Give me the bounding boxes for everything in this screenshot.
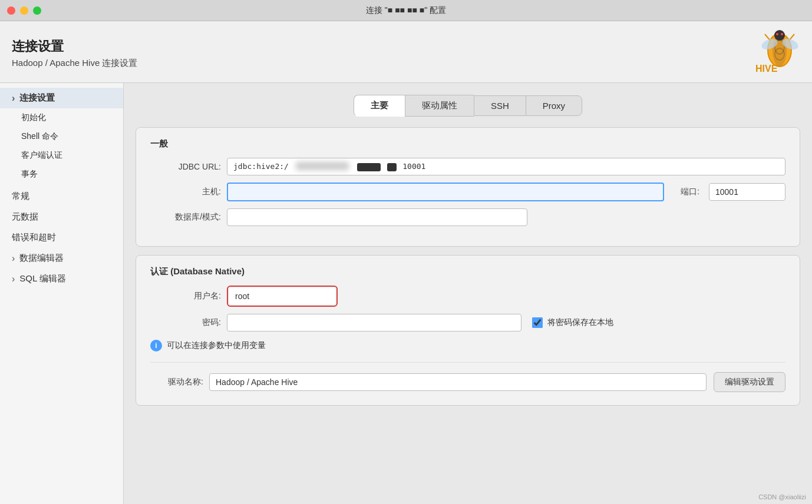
auth-section: 认证 (Database Native) 用户名: 密码: 将密码保存在本地 i bbox=[136, 255, 800, 406]
jdbc-url-slash-masked bbox=[387, 163, 397, 171]
sidebar-item-shell[interactable]: Shell 命令 bbox=[0, 127, 123, 146]
driver-row: 驱动名称: 编辑驱动设置 bbox=[150, 362, 785, 392]
info-text: 可以在连接参数中使用变量 bbox=[167, 340, 266, 351]
save-password-group: 将密码保存在本地 bbox=[532, 317, 613, 328]
svg-text:HIVE: HIVE bbox=[755, 64, 778, 74]
jdbc-url-container: jdbc:hive2:/ 10001 bbox=[227, 158, 785, 175]
svg-point-8 bbox=[774, 30, 785, 41]
sidebar-item-init-label: 初始化 bbox=[21, 112, 46, 122]
sidebar-item-general[interactable]: 常规 bbox=[0, 186, 123, 207]
jdbc-url-host-masked bbox=[296, 162, 349, 170]
sidebar-item-client-auth[interactable]: 客户端认证 bbox=[0, 146, 123, 165]
host-input[interactable] bbox=[227, 183, 664, 201]
port-label: 端口: bbox=[670, 187, 705, 197]
host-row: 主机: 端口: bbox=[150, 183, 785, 201]
tab-bar: 主要 驱动属性 SSH Proxy bbox=[136, 95, 800, 117]
app-header: 连接设置 Hadoop / Apache Hive 连接设置 HIVE bbox=[0, 21, 812, 83]
sidebar-item-shell-label: Shell 命令 bbox=[21, 131, 58, 141]
edit-driver-button[interactable]: 编辑驱动设置 bbox=[714, 372, 785, 392]
jdbc-url-port-display: 10001 bbox=[402, 162, 425, 171]
save-password-checkbox[interactable] bbox=[532, 317, 543, 328]
general-section-title: 一般 bbox=[150, 138, 785, 150]
header-left: 连接设置 Hadoop / Apache Hive 连接设置 bbox=[12, 38, 137, 69]
tab-ssh[interactable]: SSH bbox=[474, 95, 526, 116]
general-section: 一般 JDBC URL: jdbc:hive2:/ 10001 bbox=[136, 127, 800, 247]
tab-ssh-label: SSH bbox=[491, 101, 509, 111]
database-input[interactable] bbox=[227, 208, 527, 226]
sidebar-item-init[interactable]: 初始化 bbox=[0, 108, 123, 127]
sidebar-item-general-label: 常规 bbox=[12, 191, 29, 202]
port-input[interactable] bbox=[709, 183, 785, 201]
tab-proxy[interactable]: Proxy bbox=[526, 95, 582, 116]
jdbc-url-prefix: jdbc:hive2:/ bbox=[233, 162, 289, 171]
sidebar-item-client-auth-label: 客户端认证 bbox=[21, 150, 62, 160]
jdbc-url-row: JDBC URL: jdbc:hive2:/ 10001 bbox=[150, 158, 785, 175]
tab-driver-props-label: 驱动属性 bbox=[422, 100, 457, 110]
sidebar-item-metadata[interactable]: 元数据 bbox=[0, 207, 123, 227]
content-area: 主要 驱动属性 SSH Proxy 一般 JDBC URL: jdbc:hive… bbox=[124, 83, 812, 504]
sidebar: 连接设置 初始化 Shell 命令 客户端认证 事务 常规 元数据 错误和超时 … bbox=[0, 83, 124, 504]
auth-section-title: 认证 (Database Native) bbox=[150, 266, 785, 277]
sidebar-item-transaction-label: 事务 bbox=[21, 169, 38, 178]
password-input[interactable] bbox=[227, 314, 521, 331]
username-input[interactable] bbox=[229, 288, 335, 304]
sidebar-item-data-editor[interactable]: 数据编辑器 bbox=[0, 248, 123, 268]
jdbc-url-label: JDBC URL: bbox=[150, 162, 227, 171]
app-main-title: 连接设置 bbox=[12, 38, 137, 55]
port-group: 端口: bbox=[670, 183, 785, 201]
svg-point-9 bbox=[776, 33, 778, 35]
window-controls bbox=[7, 6, 41, 15]
minimize-button[interactable] bbox=[20, 6, 28, 15]
username-row: 用户名: bbox=[150, 286, 785, 307]
username-label: 用户名: bbox=[150, 291, 227, 301]
svg-point-10 bbox=[781, 33, 783, 35]
hive-logo-svg: HIVE bbox=[747, 29, 800, 77]
info-icon: i bbox=[150, 340, 162, 352]
save-password-label: 将密码保存在本地 bbox=[547, 317, 613, 328]
tab-proxy-label: Proxy bbox=[543, 101, 565, 111]
sidebar-section-general: 常规 元数据 错误和超时 数据编辑器 SQL 编辑器 bbox=[0, 186, 123, 289]
app-sub-title: Hadoop / Apache Hive 连接设置 bbox=[12, 58, 137, 69]
main-layout: 连接设置 初始化 Shell 命令 客户端认证 事务 常规 元数据 错误和超时 … bbox=[0, 83, 812, 504]
sidebar-item-metadata-label: 元数据 bbox=[12, 211, 38, 223]
sidebar-item-connection[interactable]: 连接设置 bbox=[0, 88, 123, 108]
window-title: 连接 "■ ■■ ■■ ■" 配置 bbox=[366, 5, 446, 16]
close-button[interactable] bbox=[7, 6, 15, 15]
sidebar-item-error-timeout-label: 错误和超时 bbox=[12, 232, 56, 243]
driver-input[interactable] bbox=[209, 373, 707, 391]
sidebar-item-sql-editor-label: SQL 编辑器 bbox=[19, 273, 66, 284]
sidebar-item-sql-editor[interactable]: SQL 编辑器 bbox=[0, 268, 123, 289]
titlebar: 连接 "■ ■■ ■■ ■" 配置 bbox=[0, 0, 812, 21]
hive-logo: HIVE bbox=[747, 29, 800, 77]
sidebar-item-transaction[interactable]: 事务 bbox=[0, 165, 123, 184]
driver-label: 驱动名称: bbox=[150, 377, 209, 387]
sidebar-item-connection-label: 连接设置 bbox=[19, 92, 55, 104]
database-label: 数据库/模式: bbox=[150, 212, 227, 223]
password-label: 密码: bbox=[150, 317, 227, 328]
tab-main-label: 主要 bbox=[371, 100, 388, 110]
tab-driver-props[interactable]: 驱动属性 bbox=[405, 95, 474, 117]
tab-main[interactable]: 主要 bbox=[354, 95, 405, 117]
username-input-container bbox=[227, 286, 338, 307]
info-row: i 可以在连接参数中使用变量 bbox=[150, 340, 785, 352]
maximize-button[interactable] bbox=[33, 6, 41, 15]
sidebar-item-error-timeout[interactable]: 错误和超时 bbox=[0, 227, 123, 248]
database-row: 数据库/模式: bbox=[150, 208, 785, 226]
password-row: 密码: 将密码保存在本地 bbox=[150, 314, 785, 331]
sidebar-item-data-editor-label: 数据编辑器 bbox=[19, 253, 64, 264]
host-input-group bbox=[227, 183, 664, 201]
watermark: CSDN @xiaoliizi bbox=[758, 493, 806, 500]
jdbc-url-value: jdbc:hive2:/ 10001 bbox=[227, 158, 785, 175]
host-label: 主机: bbox=[150, 187, 227, 197]
